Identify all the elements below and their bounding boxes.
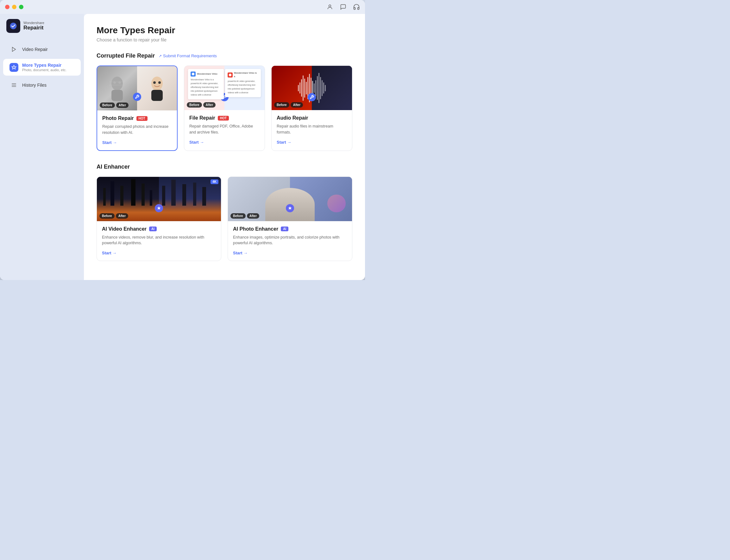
- file-repair-badge: HOT: [218, 116, 229, 121]
- file-repair-title-row: File Repair HOT: [189, 115, 259, 121]
- titlebar-icons: [326, 3, 360, 10]
- svg-point-10: [113, 81, 116, 84]
- ai-video-icon: [155, 204, 163, 212]
- video-before-after: Before After: [99, 213, 128, 219]
- video-repair-content: Video Repair: [22, 47, 48, 52]
- photo-repair-start[interactable]: Start →: [102, 140, 117, 145]
- app-window: Wondershare Repairit Video Repair: [0, 0, 365, 280]
- ai-photo-start[interactable]: Start →: [233, 251, 247, 255]
- submit-link-label: Submit Format Requirements: [163, 53, 217, 58]
- audio-repair-desc: Repair audio files in mainstream formats…: [277, 123, 347, 135]
- ai-video-enhancer-card[interactable]: 4K Before After AI Video Enhancer AI: [97, 177, 221, 261]
- ai-photo-enhancer-card[interactable]: Before After AI Photo Enhancer AI Enhanc…: [228, 177, 352, 261]
- file-doc-left: Wondershare Virbo Wondershare Virbo is a…: [188, 69, 223, 99]
- video-repair-label: Video Repair: [22, 47, 48, 52]
- video-after-label: After: [116, 213, 128, 219]
- photo-repair-desc: Repair corrupted photos and increase res…: [102, 124, 172, 136]
- more-types-icon: [9, 63, 18, 72]
- ai-video-body: AI Video Enhancer AI Enhance videos, rem…: [97, 221, 221, 261]
- app-name: Repairit: [23, 25, 44, 31]
- ai-photo-title: AI Photo Enhancer: [233, 226, 278, 232]
- ai-video-title-row: AI Video Enhancer AI: [102, 226, 216, 232]
- four-k-badge: 4K: [210, 179, 218, 184]
- before-label: Before: [100, 103, 115, 108]
- ai-photo-desc: Enhance images, optimize portraits, and …: [233, 234, 347, 246]
- photo-before-after: Before After: [230, 213, 259, 219]
- logo-area: Wondershare Repairit: [0, 19, 84, 40]
- ai-cards-grid: 4K Before After AI Video Enhancer AI: [97, 177, 352, 261]
- traffic-lights: [5, 5, 23, 9]
- file-repair-card[interactable]: Wondershare Virbo Wondershare Virbo is a…: [184, 65, 265, 151]
- sidebar-item-more-types-repair[interactable]: More Types Repair Photo, document, audio…: [3, 59, 81, 76]
- sidebar-item-video-repair[interactable]: Video Repair: [3, 41, 81, 58]
- page-subtitle: Choose a function to repair your file: [97, 37, 352, 42]
- ai-section-title: AI Enhancer: [97, 164, 130, 170]
- video-repair-icon: [9, 45, 18, 54]
- ai-section-header: AI Enhancer: [97, 164, 352, 170]
- brand-label: Wondershare: [23, 21, 44, 25]
- submit-format-link[interactable]: ↗ Submit Format Requirements: [159, 53, 217, 58]
- photo-enh-after-label: After: [247, 213, 259, 219]
- audio-repair-body: Audio Repair Repair audio files in mains…: [271, 110, 352, 150]
- audio-after-label: After: [290, 102, 303, 108]
- ai-photo-image: Before After: [228, 177, 352, 221]
- before-after-labels: Before After: [100, 103, 128, 108]
- close-button[interactable]: [5, 5, 9, 9]
- photo-after: [137, 66, 177, 110]
- svg-point-15: [158, 81, 161, 84]
- audio-before-after: Before After: [274, 102, 303, 108]
- audio-repair-title-row: Audio Repair: [277, 115, 347, 121]
- ai-photo-body: AI Photo Enhancer AI Enhance images, opt…: [228, 221, 352, 261]
- titlebar: [0, 0, 365, 14]
- file-repair-desc: Repair damaged PDF, Office, Adobe and ar…: [189, 123, 259, 135]
- file-repair-start[interactable]: Start →: [189, 140, 204, 145]
- history-files-content: History Files: [22, 83, 47, 88]
- maximize-button[interactable]: [19, 5, 23, 9]
- logo-icon: [6, 19, 20, 33]
- ai-photo-icon: [286, 204, 294, 212]
- ai-video-image: 4K Before After: [97, 177, 221, 221]
- svg-point-11: [118, 81, 121, 84]
- audio-repair-start[interactable]: Start →: [277, 140, 291, 145]
- ai-photo-title-row: AI Photo Enhancer AI: [233, 226, 347, 232]
- more-types-label: More Types Repair: [22, 63, 66, 68]
- svg-point-12: [151, 77, 163, 90]
- corrupted-cards-grid: Before After Photo Repair HOT Repair cor…: [97, 65, 352, 151]
- sidebar-item-history-files[interactable]: History Files: [3, 77, 81, 93]
- photo-repair-title-row: Photo Repair HOT: [102, 115, 172, 121]
- more-types-content: More Types Repair Photo, document, audio…: [22, 63, 66, 72]
- account-icon[interactable]: [326, 3, 333, 10]
- headphone-icon[interactable]: [353, 3, 360, 10]
- photo-repair-image: Before After: [97, 66, 177, 110]
- svg-marker-2: [12, 47, 16, 52]
- svg-point-1: [10, 23, 17, 29]
- photo-repair-badge: HOT: [136, 116, 147, 121]
- file-doc-right: Wondershare Virbo is a powerful AI video…: [225, 69, 260, 97]
- file-repair-body: File Repair HOT Repair damaged PDF, Offi…: [184, 110, 265, 150]
- file-after-label: After: [203, 102, 215, 108]
- photo-repair-title: Photo Repair: [102, 115, 134, 121]
- audio-repair-icon: [308, 93, 316, 101]
- ai-video-start[interactable]: Start →: [102, 251, 116, 255]
- history-files-label: History Files: [22, 83, 47, 88]
- corrupted-section-header: Corrupted File Repair ↗ Submit Format Re…: [97, 53, 352, 59]
- file-repair-image: Wondershare Virbo Wondershare Virbo is a…: [184, 66, 265, 110]
- audio-repair-image: Before After: [271, 66, 352, 110]
- minimize-button[interactable]: [12, 5, 16, 9]
- file-before-after: Before After: [187, 102, 215, 108]
- photo-repair-card[interactable]: Before After Photo Repair HOT Repair cor…: [97, 65, 178, 151]
- content-area: Wondershare Repairit Video Repair: [0, 14, 365, 280]
- audio-repair-card[interactable]: Before After Audio Repair Repair audio f…: [271, 65, 352, 151]
- sidebar: Wondershare Repairit Video Repair: [0, 14, 84, 280]
- ai-video-title: AI Video Enhancer: [102, 226, 147, 232]
- file-repair-title: File Repair: [189, 115, 215, 121]
- history-files-icon: [9, 81, 18, 90]
- chat-icon[interactable]: [340, 3, 346, 10]
- ai-video-badge: AI: [149, 227, 157, 231]
- main-content: More Types Repair Choose a function to r…: [84, 14, 365, 280]
- photo-repair-body: Photo Repair HOT Repair corrupted photos…: [97, 110, 177, 150]
- svg-point-6: [111, 77, 123, 90]
- page-title: More Types Repair: [97, 25, 352, 35]
- svg-rect-13: [151, 90, 163, 101]
- audio-repair-title: Audio Repair: [277, 115, 308, 121]
